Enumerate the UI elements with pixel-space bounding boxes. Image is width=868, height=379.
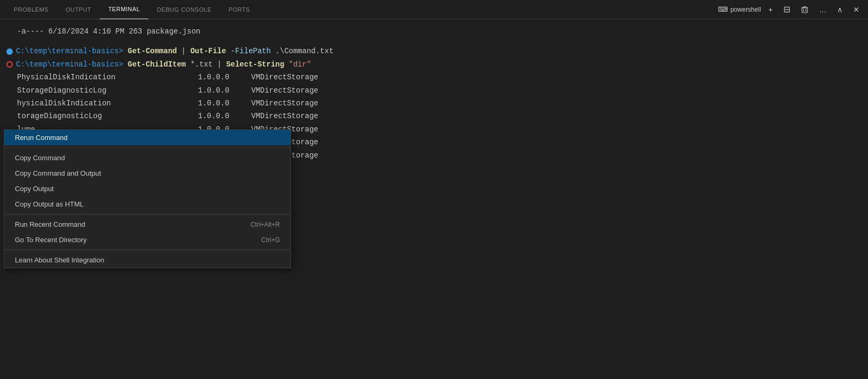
maximize-panel-button[interactable]: ∧ [834,3,846,16]
menu-item-shortcut: Ctrl+G [261,236,280,244]
menu-item-label: Run Recent Command [15,220,85,228]
close-panel-button[interactable]: ✕ [850,3,863,16]
shell-indicator-2 [6,61,13,68]
more-options-button[interactable]: … [816,3,830,16]
output-name: hysicalDiskIndication [17,97,198,109]
tab-terminal[interactable]: TERMINAL [100,0,148,19]
output-row: PhysicalDiskIndication1.0.0.0VMDirectSto… [6,71,862,84]
output-name: PhysicalDiskIndication [17,71,198,83]
menu-item-label: Go To Recent Directory [15,236,87,244]
output-version: 1.0.0.0 [198,97,251,109]
output-name: StorageDiagnosticLog [17,85,198,96]
kill-terminal-button[interactable] [798,4,812,15]
cmd1-path-val: .\Command.txt [271,45,334,57]
tab-ports[interactable]: PORTS [220,0,258,19]
menu-item-learn-shell[interactable]: Learn About Shell Integration [4,252,291,268]
output-source: VMDirectStorage [251,110,331,122]
tab-bar-left: PROBLEMS OUTPUT TERMINAL DEBUG CONSOLE P… [5,0,259,19]
menu-separator [4,214,291,215]
tab-output[interactable]: OUTPUT [57,0,100,19]
cmd1-pipe: | [177,45,190,57]
tab-bar: PROBLEMS OUTPUT TERMINAL DEBUG CONSOLE P… [0,0,868,19]
output-version: 1.0.0.0 [198,71,251,83]
cmd1-space [123,45,128,57]
menu-separator [4,147,291,148]
output-version: 1.0.0.0 [198,85,251,96]
file-listing-line: -a---- 6/18/2024 4:10 PM 263 package.jso… [6,23,862,39]
terminal-name-label: powershell [730,6,760,13]
output-source: VMDirectStorage [251,71,331,83]
context-menu: Rerun CommandCopy CommandCopy Command an… [4,129,291,268]
menu-item-goto-dir[interactable]: Go To Recent DirectoryCtrl+G [4,232,291,248]
tab-debug-console[interactable]: DEBUG CONSOLE [148,0,220,19]
file-listing-text: -a---- 6/18/2024 4:10 PM 263 package.jso… [17,27,200,36]
menu-item-label: Copy Output as HTML [15,200,84,208]
cmd2-selectstring: Select-String [226,59,284,70]
tab-problems[interactable]: PROBLEMS [5,0,57,19]
split-terminal-button[interactable]: ⊟ [780,2,793,17]
output-row: hysicalDiskIndication1.0.0.0VMDirectStor… [6,97,862,110]
menu-item-copy-cmd[interactable]: Copy Command [4,150,291,166]
cmd2-pipe: | [213,59,226,70]
output-source: VMDirectStorage [251,97,331,109]
output-name: torageDiagnosticLog [17,110,198,122]
terminal-name-display: ⌨ powershell [718,5,760,13]
menu-item-label: Copy Command [15,154,65,162]
cmd2-command: Get-ChildItem [128,59,186,70]
terminal-icon: ⌨ [718,5,728,13]
menu-item-label: Rerun Command [15,134,68,142]
trash-icon [801,6,808,13]
menu-item-copy-output-html[interactable]: Copy Output as HTML [4,196,291,212]
new-terminal-button[interactable]: + [765,3,776,16]
prompt-path-1: C:\temp\terminal-basics> [16,45,123,57]
shell-indicator-1 [6,48,13,55]
cmd1-outfile: Out-File [191,45,226,57]
prompt-path-2: C:\temp\terminal-basics> [16,59,123,70]
svg-rect-0 [802,8,807,13]
output-version: 1.0.0.0 [198,110,251,122]
cmd2-space [123,59,128,70]
output-row: StorageDiagnosticLog1.0.0.0VMDirectStora… [6,84,862,97]
tab-bar-right: ⌨ powershell + ⊟ … ∧ ✕ [718,2,863,17]
menu-item-label: Copy Command and Output [15,169,101,177]
menu-item-label: Copy Output [15,185,54,193]
command-line-1: C:\temp\terminal-basics> Get-Command | O… [6,45,862,57]
menu-item-shortcut: Ctrl+Alt+R [251,221,280,228]
cmd1-command: Get-Command [128,45,177,57]
menu-item-copy-cmd-output[interactable]: Copy Command and Output [4,166,291,181]
menu-item-copy-output[interactable]: Copy Output [4,181,291,196]
menu-item-run-recent[interactable]: Run Recent CommandCtrl+Alt+R [4,217,291,232]
cmd1-filepath-param: -FilePath [226,45,271,57]
menu-item-label: Learn About Shell Integration [15,256,104,264]
menu-separator [4,250,291,250]
cmd2-arg: *.txt [186,59,212,70]
cmd2-string-arg: "dir" [284,59,311,70]
output-row: torageDiagnosticLog1.0.0.0VMDirectStorag… [6,110,862,122]
output-source: VMDirectStorage [251,85,331,96]
menu-item-rerun[interactable]: Rerun Command [4,130,291,145]
command-line-2: C:\temp\terminal-basics> Get-ChildItem *… [6,58,862,71]
